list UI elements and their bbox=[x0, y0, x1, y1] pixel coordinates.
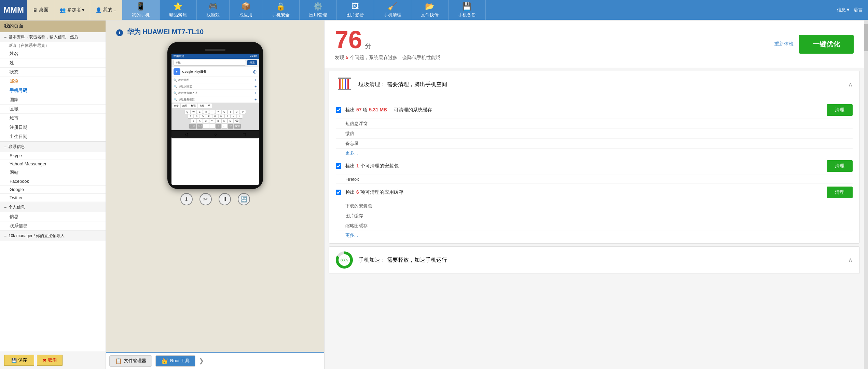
key-123[interactable]: 123 bbox=[197, 124, 203, 128]
nav-item-my-phone[interactable]: 📱我的手机 bbox=[122, 0, 160, 20]
key-↓[interactable]: ↓ bbox=[216, 124, 221, 128]
nav-item-featured[interactable]: ⭐精品聚焦 bbox=[160, 0, 197, 20]
key-L[interactable]: L bbox=[237, 114, 243, 118]
phone-tab-2[interactable]: 翻译 bbox=[189, 104, 197, 108]
clean-button-2[interactable]: 清理 bbox=[827, 187, 853, 198]
info-menu[interactable]: 信息▼ bbox=[837, 7, 850, 13]
nav-item-phone-clean[interactable]: 🧹手机清理 bbox=[374, 0, 411, 20]
key-U[interactable]: U bbox=[222, 110, 227, 114]
key-中[interactable]: 中 bbox=[228, 124, 233, 128]
key-N[interactable]: N bbox=[222, 119, 227, 123]
sidebar-item-region[interactable]: 区域 bbox=[0, 105, 106, 114]
key-X[interactable]: X bbox=[197, 119, 203, 123]
key-R[interactable]: R bbox=[203, 110, 209, 114]
nav-item-phone-security[interactable]: 🔒手机安全 bbox=[262, 0, 300, 20]
phone-search-item-3[interactable]: 🔍 谷歌服务框架 + bbox=[171, 96, 259, 103]
sidebar-item-name[interactable]: 姓名 bbox=[0, 49, 106, 58]
key-。[interactable]: 。 bbox=[222, 124, 227, 128]
nav-item-file-transfer[interactable]: 📂文件快传 bbox=[411, 0, 449, 20]
clean-button-0[interactable]: 清理 bbox=[827, 104, 853, 116]
phone-search-item-1[interactable]: 🔍 谷歌浏览器 + bbox=[171, 83, 259, 90]
speed-up-header[interactable]: 83% 手机加速： 需要释放，加速手机运行 ∧ bbox=[329, 247, 859, 274]
sidebar-item-city[interactable]: 城市 bbox=[0, 114, 106, 123]
nav-back-icon[interactable]: ◁ bbox=[184, 132, 188, 137]
key-G[interactable]: G bbox=[212, 114, 218, 118]
trash-checkbox-0[interactable] bbox=[336, 107, 341, 113]
key-⌫[interactable]: ⌫ bbox=[234, 119, 239, 123]
sidebar-item-skype[interactable]: Skype bbox=[0, 152, 106, 160]
phone-tab-0[interactable]: 身份 bbox=[172, 104, 180, 108]
cancel-button[interactable]: ✖ 取消 bbox=[37, 355, 63, 366]
lang-menu[interactable]: 语言 bbox=[854, 7, 863, 13]
key-A[interactable]: A bbox=[188, 114, 193, 118]
phone-tab-1[interactable]: 地图 bbox=[181, 104, 189, 108]
key-F[interactable]: F bbox=[206, 114, 212, 118]
section-header-contact[interactable]: − 联系信息 bbox=[0, 142, 106, 152]
sidebar-item-lastname[interactable]: 姓 bbox=[0, 58, 106, 68]
sidebar-item-facebook[interactable]: Facebook bbox=[0, 177, 106, 186]
section-header-personal[interactable]: − 个人信息 bbox=[0, 202, 106, 212]
key-J[interactable]: J bbox=[225, 114, 230, 118]
sidebar-item-status[interactable]: 状态 bbox=[0, 68, 106, 77]
nav-item-app-mgmt[interactable]: ⚙️应用管理 bbox=[300, 0, 337, 20]
section-header-manager[interactable]: − 10k manager / 你的直接领导人 bbox=[0, 231, 106, 241]
phone-search-item-2[interactable]: 🔍 谷歌拼音输入法 + bbox=[171, 90, 259, 96]
nav-participants[interactable]: 👥 参加者 ▾ bbox=[54, 0, 90, 20]
right-scrollbar[interactable] bbox=[864, 20, 868, 369]
key-O[interactable]: O bbox=[234, 110, 239, 114]
nav-home-icon[interactable]: ○ bbox=[214, 132, 217, 137]
key-D[interactable]: D bbox=[200, 114, 206, 118]
key-K[interactable]: K bbox=[231, 114, 236, 118]
key-H[interactable]: H bbox=[219, 114, 224, 118]
trash-section-collapse[interactable]: ∧ bbox=[848, 81, 853, 88]
key-Q[interactable]: Q bbox=[185, 110, 190, 114]
nav-item-photo-video[interactable]: 🖼图片影音 bbox=[337, 0, 374, 20]
sidebar-item-regdate[interactable]: 注册日期 bbox=[0, 123, 106, 132]
trash-more-0[interactable]: 更多... bbox=[336, 149, 853, 158]
sidebar-item-yahoo[interactable]: Yahoo! Messenger bbox=[0, 160, 106, 168]
phone-search-item-0[interactable]: 🔍 谷歌地图 + bbox=[171, 77, 259, 83]
key-_[interactable]: _ bbox=[209, 124, 215, 128]
key-T[interactable]: T bbox=[209, 110, 215, 114]
sidebar-item-email[interactable]: 邮箱 bbox=[0, 77, 106, 86]
phone-ctrl-down[interactable]: ⬇ bbox=[180, 193, 193, 205]
nav-my[interactable]: 👤 我的... bbox=[90, 0, 122, 20]
key-W[interactable]: W bbox=[191, 110, 196, 114]
key-M[interactable]: M bbox=[228, 119, 233, 123]
key-I[interactable]: I bbox=[228, 110, 233, 114]
phone-ctrl-pause[interactable]: ⏸ bbox=[219, 193, 231, 205]
key-B[interactable]: B bbox=[216, 119, 221, 123]
sidebar-item-info[interactable]: 信息 bbox=[0, 212, 106, 221]
phone-ctrl-scissors[interactable]: ✂ bbox=[199, 193, 212, 205]
key-搜索[interactable]: 搜索 bbox=[234, 124, 241, 128]
nav-item-phone-backup[interactable]: 💾手机备份 bbox=[449, 0, 486, 20]
sidebar-item-birthday[interactable]: 出生日期 bbox=[0, 132, 106, 141]
nav-item-find-apps[interactable]: 📦找应用 bbox=[230, 0, 262, 20]
sidebar-item-website[interactable]: 网站 bbox=[0, 168, 106, 177]
sidebar-item-twitter[interactable]: Twitter bbox=[0, 194, 106, 202]
trash-checkbox-1[interactable] bbox=[336, 163, 341, 169]
key-P[interactable]: P bbox=[240, 110, 246, 114]
key-V[interactable]: V bbox=[209, 119, 215, 123]
section-header-basic[interactable]: − 基本资料（双击名称，输入信息，然后... bbox=[0, 32, 106, 42]
sidebar-item-country[interactable]: 国家 bbox=[0, 95, 106, 105]
phone-tab-3[interactable]: 市场 bbox=[198, 104, 206, 108]
key-分词[interactable]: 分词 bbox=[189, 124, 196, 128]
save-button[interactable]: 💾 保存 bbox=[4, 355, 34, 366]
optimize-button[interactable]: 一键优化 bbox=[799, 35, 854, 54]
phone-tab-4[interactable]: ⚙ bbox=[206, 104, 212, 108]
key-Z[interactable]: Z bbox=[191, 119, 196, 123]
trash-checkbox-2[interactable] bbox=[336, 190, 341, 195]
key-Y[interactable]: Y bbox=[216, 110, 221, 114]
phone-ctrl-refresh[interactable]: 🔄 bbox=[238, 193, 250, 205]
sidebar-item-contact-info[interactable]: 联系信息 bbox=[0, 221, 106, 231]
speed-section-collapse[interactable]: ∧ bbox=[848, 256, 853, 264]
key-C[interactable]: C bbox=[203, 119, 209, 123]
key-S[interactable]: S bbox=[194, 114, 199, 118]
trash-more-2[interactable]: 更多... bbox=[336, 231, 853, 240]
bottom-arrow-icon[interactable]: ❯ bbox=[199, 357, 204, 365]
root-tool-tab[interactable]: 👑 Root 工具 bbox=[155, 355, 195, 367]
file-manager-tab[interactable]: 📋 文件管理器 bbox=[109, 355, 152, 367]
nav-item-find-games[interactable]: 🎮找游戏 bbox=[197, 0, 230, 20]
key-，[interactable]: ， bbox=[203, 124, 209, 128]
